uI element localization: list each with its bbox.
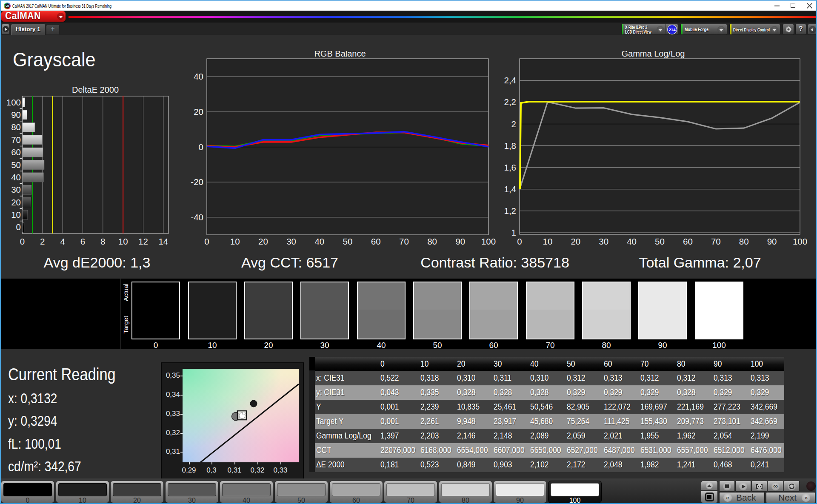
svg-text:2,2: 2,2: [504, 97, 517, 107]
svg-text:50: 50: [11, 160, 21, 170]
svg-text:70: 70: [399, 236, 409, 246]
svg-text:-40: -40: [191, 212, 203, 222]
svg-text:50: 50: [343, 236, 353, 246]
svg-text:30: 30: [599, 236, 608, 246]
svg-text:2: 2: [40, 236, 45, 246]
svg-text:14: 14: [158, 236, 168, 246]
svg-text:80: 80: [11, 122, 21, 132]
svg-text:12: 12: [138, 236, 148, 246]
svg-text:0: 0: [20, 236, 25, 246]
svg-text:40: 40: [627, 236, 637, 246]
svg-text:1,6: 1,6: [504, 162, 517, 172]
svg-text:10: 10: [118, 236, 128, 246]
svg-text:30: 30: [11, 185, 21, 194]
svg-text:100: 100: [6, 97, 21, 107]
svg-text:50: 50: [655, 236, 665, 246]
svg-text:70: 70: [711, 236, 721, 246]
svg-text:20: 20: [11, 197, 21, 207]
svg-text:10: 10: [543, 236, 552, 246]
svg-text:90: 90: [11, 110, 21, 120]
svg-text:100: 100: [793, 236, 807, 246]
svg-text:0: 0: [16, 222, 21, 232]
svg-text:60: 60: [683, 236, 693, 246]
svg-text:4: 4: [60, 236, 65, 246]
svg-text:1,4: 1,4: [504, 184, 517, 194]
svg-text:1,2: 1,2: [504, 206, 517, 216]
svg-text:1: 1: [511, 228, 516, 237]
svg-text:40: 40: [314, 236, 324, 246]
svg-text:20: 20: [571, 236, 580, 246]
svg-text:60: 60: [371, 236, 381, 246]
svg-text:0: 0: [204, 236, 209, 246]
svg-text:80: 80: [739, 236, 749, 246]
svg-text:20: 20: [258, 236, 268, 246]
svg-text:10: 10: [11, 210, 21, 219]
svg-text:DeltaE 2000: DeltaE 2000: [72, 85, 119, 94]
svg-text:-20: -20: [191, 177, 203, 187]
svg-text:10: 10: [230, 236, 240, 246]
svg-text:60: 60: [11, 147, 21, 157]
svg-text:100: 100: [481, 236, 496, 246]
svg-text:0: 0: [517, 236, 522, 246]
svg-text:8: 8: [100, 236, 105, 246]
svg-text:6: 6: [80, 236, 85, 246]
svg-text:80: 80: [427, 236, 437, 246]
svg-text:20: 20: [194, 107, 203, 117]
svg-text:40: 40: [11, 172, 21, 182]
svg-text:0: 0: [199, 142, 203, 152]
svg-text:90: 90: [767, 236, 777, 246]
svg-text:2: 2: [511, 119, 516, 129]
svg-text:2,4: 2,4: [504, 75, 517, 85]
svg-text:90: 90: [455, 236, 465, 246]
svg-text:30: 30: [286, 236, 296, 246]
svg-text:1,8: 1,8: [504, 141, 517, 151]
svg-text:RGB Balance: RGB Balance: [314, 51, 366, 58]
svg-text:40: 40: [194, 71, 203, 81]
svg-text:70: 70: [11, 135, 21, 145]
svg-text:Gamma Log/Log: Gamma Log/Log: [622, 51, 685, 58]
